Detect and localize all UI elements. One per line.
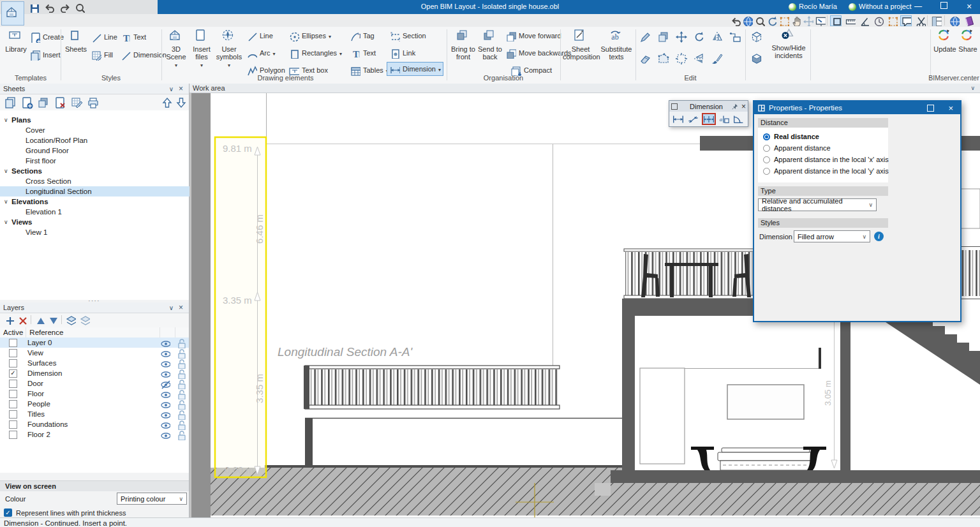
bimserver-share-button[interactable]: Share: [957, 29, 979, 53]
edit-polygon-button[interactable]: [657, 52, 670, 65]
zoom-detail-button[interactable]: [778, 15, 789, 26]
user-name[interactable]: Rocío María: [799, 3, 837, 10]
draw-line-button[interactable]: Line: [246, 29, 273, 42]
tree-item-location-roof-plan[interactable]: Location/Roof Plan: [0, 135, 214, 145]
pan-button[interactable]: [790, 15, 801, 26]
edit-reference-button[interactable]: [729, 31, 741, 43]
move-sheet-up-button[interactable]: [161, 96, 174, 109]
layer-row[interactable]: Floor: [0, 389, 189, 399]
active-checkbox[interactable]: [9, 359, 17, 367]
library-button[interactable]: Library: [3, 29, 29, 53]
layer-down-button[interactable]: [47, 315, 58, 325]
active-checkbox[interactable]: [9, 380, 17, 388]
tree-item-cross-section[interactable]: Cross Section: [0, 176, 214, 186]
draw-rectangles-button[interactable]: Rectangles: [288, 47, 342, 59]
frame-tool-button[interactable]: [830, 15, 842, 26]
new-sheet-button[interactable]: [4, 96, 17, 109]
continued-dimension-button[interactable]: [702, 113, 716, 125]
edit-mirror-button[interactable]: [711, 31, 724, 43]
visibility-eye-icon[interactable]: [160, 389, 170, 399]
tree-item-first-floor[interactable]: First floor: [0, 156, 214, 166]
help-button[interactable]: [962, 15, 974, 26]
layer-row[interactable]: Surfaces: [0, 358, 189, 368]
tree-group-sections[interactable]: Sections: [0, 166, 189, 176]
layer-row[interactable]: Titles: [0, 409, 189, 419]
ruler-tool-button[interactable]: [844, 15, 856, 26]
redraw-button[interactable]: [766, 15, 777, 26]
visibility-eye-icon[interactable]: [160, 358, 170, 369]
visibility-eye-icon[interactable]: [160, 419, 170, 430]
colour-dropdown[interactable]: Printing colour: [117, 493, 187, 505]
maximize-icon[interactable]: [927, 105, 934, 112]
add-sheet-button[interactable]: [20, 96, 33, 109]
project-name[interactable]: Without a project: [859, 3, 912, 10]
lock-icon[interactable]: [175, 368, 186, 379]
dimension-style-button[interactable]: Dimension: [120, 48, 167, 61]
close-panel-button[interactable]: [176, 303, 186, 312]
radio-apparent-y[interactable]: Apparent distance in the local 'y' axis: [763, 167, 889, 175]
active-checkbox[interactable]: [9, 349, 17, 357]
lock-icon[interactable]: [175, 419, 186, 430]
active-checkbox[interactable]: [9, 431, 17, 439]
tree-item-view-1[interactable]: View 1: [0, 227, 214, 237]
save-button[interactable]: [28, 2, 39, 13]
active-checkbox[interactable]: [9, 339, 17, 347]
tree-group-elevations[interactable]: Elevations: [0, 197, 189, 207]
3d-scene-button[interactable]: 3D Scene: [163, 29, 189, 70]
cut-tool-button[interactable]: [914, 15, 926, 26]
radio-apparent-distance[interactable]: Apparent distance: [763, 144, 831, 152]
comment-tool-button[interactable]: [900, 15, 912, 26]
insert-template-button[interactable]: Insert: [29, 48, 61, 61]
dimension-style-dropdown[interactable]: Filled arrow: [794, 230, 870, 242]
collapse-panel-button[interactable]: [167, 85, 176, 93]
coordinate-dimension-button[interactable]: [717, 113, 731, 125]
view-3d-wire-button[interactable]: [750, 31, 763, 43]
pin-icon[interactable]: [731, 103, 739, 110]
close-icon[interactable]: ×: [741, 102, 746, 111]
visibility-eye-off-icon[interactable]: [160, 378, 170, 389]
info-icon[interactable]: [874, 232, 884, 241]
minimize-button[interactable]: —: [910, 2, 926, 12]
edit-scale-button[interactable]: [675, 52, 688, 65]
draw-tag-button[interactable]: Tag: [350, 29, 375, 42]
show-hide-incidents-button[interactable]: Show/Hide incidents: [769, 27, 808, 59]
visibility-eye-icon[interactable]: [160, 409, 170, 420]
radio-real-distance[interactable]: Real distance: [763, 133, 819, 140]
edit-format-brush-button[interactable]: [711, 52, 724, 65]
line-style-button[interactable]: Line: [91, 31, 117, 43]
lock-icon[interactable]: [175, 338, 186, 348]
copy-sheet-button[interactable]: [37, 96, 50, 109]
draw-arc-button[interactable]: Arc: [246, 47, 276, 59]
layer-up-button[interactable]: [34, 315, 45, 325]
app-menu-button[interactable]: [1, 1, 24, 26]
linear-dimension-button[interactable]: [671, 113, 685, 125]
lock-icon[interactable]: [175, 429, 186, 440]
insert-files-button[interactable]: Insert files: [190, 29, 213, 70]
edit-symmetry-button[interactable]: [693, 52, 706, 65]
add-layer-button[interactable]: [4, 315, 15, 325]
lock-icon[interactable]: [175, 389, 186, 399]
edit-copy-button[interactable]: [657, 31, 670, 43]
send-to-back-button[interactable]: Send to back: [477, 29, 503, 61]
undo-button[interactable]: [43, 2, 54, 13]
draw-ellipses-button[interactable]: Ellipses: [288, 29, 331, 42]
redo-button[interactable]: [59, 2, 70, 13]
move-view-button[interactable]: [802, 15, 813, 26]
send-view-button[interactable]: [814, 15, 826, 26]
lock-icon[interactable]: [175, 409, 186, 420]
layer-row[interactable]: Layer 0: [0, 338, 189, 348]
draw-text-button[interactable]: Text: [350, 47, 376, 59]
fill-style-button[interactable]: Fill: [91, 48, 113, 61]
type-dropdown[interactable]: Relative and accumulated distances: [758, 198, 877, 211]
lock-icon[interactable]: [175, 378, 186, 389]
bimserver-update-button[interactable]: Update: [933, 29, 957, 53]
layer-row[interactable]: Dimension: [0, 368, 189, 378]
visibility-eye-icon[interactable]: [160, 429, 170, 440]
visibility-eye-icon[interactable]: [160, 348, 170, 359]
zoom-window-button[interactable]: [754, 15, 765, 26]
create-template-button[interactable]: Create: [29, 31, 64, 43]
lock-icon[interactable]: [175, 348, 186, 359]
active-checkbox[interactable]: [9, 420, 17, 429]
visibility-eye-icon[interactable]: [160, 368, 170, 379]
layer-row[interactable]: Foundations: [0, 419, 189, 429]
